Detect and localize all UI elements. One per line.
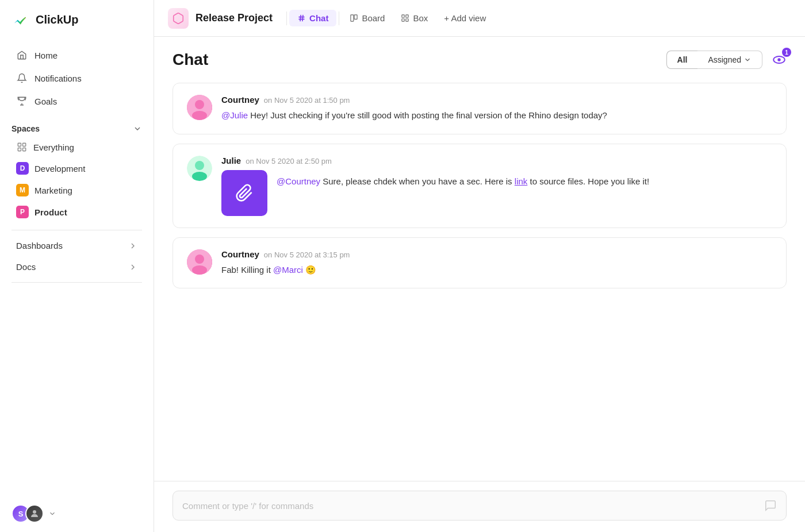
svg-point-21 [192, 265, 207, 275]
main-content: Release Project Chat Board Box + Add vie… [154, 0, 805, 532]
message-meta-3: Courtney on Nov 5 2020 at 3:15 pm [221, 249, 772, 259]
chevron-down-user-icon[interactable] [48, 510, 56, 518]
comment-input-wrap[interactable]: Comment or type '/' for commands [172, 491, 787, 521]
sidebar-item-everything[interactable]: Everything [5, 137, 149, 157]
author-julie: Julie [221, 156, 241, 165]
avatar-julie-1 [187, 156, 212, 181]
mention-julie: @Julie [221, 110, 248, 120]
chevron-down-filter-icon [743, 56, 752, 64]
chat-bubble-icon [764, 499, 777, 512]
development-label: Development [34, 164, 85, 174]
sidebar-item-notifications[interactable]: Notifications [5, 67, 149, 90]
product-label: Product [34, 207, 67, 217]
topbar: Release Project Chat Board Box + Add vie… [154, 0, 805, 37]
paperclip-icon [235, 184, 254, 202]
marketing-badge: M [16, 184, 29, 196]
spaces-header[interactable]: Spaces [0, 117, 154, 137]
main-nav: Home Notifications Goals [0, 39, 154, 117]
attachment-thumbnail [221, 170, 267, 216]
svg-point-4 [33, 510, 36, 514]
msg3-emoji: 🙂 [305, 265, 316, 275]
sidebar-item-development[interactable]: D Development [5, 157, 149, 179]
chevron-right-icon-2 [128, 263, 137, 272]
watch-button[interactable]: 1 [772, 52, 787, 67]
project-title: Release Project [195, 12, 273, 24]
svg-rect-3 [23, 148, 26, 151]
time-3: on Nov 5 2020 at 3:15 pm [264, 250, 350, 259]
mention-marci: @Marci [273, 265, 303, 275]
svg-point-18 [192, 172, 207, 181]
author-courtney-2: Courtney [221, 249, 259, 259]
msg1-text: Hey! Just checking if you're still good … [250, 110, 607, 120]
msg2-text-2: to source files. Hope you like it! [530, 176, 649, 186]
add-view-label: + Add view [444, 13, 486, 23]
filter-all-button[interactable]: All [666, 51, 698, 69]
avatar-courtney-1 [187, 95, 212, 120]
sidebar-item-home[interactable]: Home [5, 44, 149, 67]
assigned-label: Assigned [708, 55, 741, 64]
tab-divider-2 [339, 11, 339, 25]
sidebar-divider-2 [12, 282, 142, 283]
tab-chat-label: Chat [309, 13, 328, 23]
source-link[interactable]: link [515, 176, 528, 186]
everything-label: Everything [33, 142, 74, 152]
user-avatars: S [12, 504, 44, 523]
dashboards-label: Dashboards [16, 241, 63, 250]
hash-icon [297, 14, 306, 22]
svg-point-14 [195, 100, 204, 109]
home-icon [16, 49, 28, 61]
svg-point-15 [192, 111, 207, 120]
svg-rect-5 [351, 15, 354, 21]
svg-rect-6 [355, 15, 358, 20]
msg2-text-1: Sure, please chdek when you have a sec. … [323, 176, 515, 186]
add-view-button[interactable]: + Add view [436, 10, 494, 26]
watch-count: 1 [782, 48, 791, 57]
bell-icon [16, 72, 28, 84]
tab-box[interactable]: Box [393, 10, 436, 26]
avatar-user2 [25, 504, 44, 523]
comment-bar: Comment or type '/' for commands [154, 481, 805, 532]
tab-board-label: Board [362, 13, 385, 23]
svg-point-12 [777, 58, 780, 61]
message-card-1: Courtney on Nov 5 2020 at 1:50 pm @Julie… [172, 83, 787, 134]
sidebar-item-marketing[interactable]: M Marketing [5, 179, 149, 201]
chat-header: Chat All Assigned 1 [172, 51, 787, 69]
avatar-courtney-2 [187, 249, 212, 275]
message-meta-1: Courtney on Nov 5 2020 at 1:50 pm [221, 95, 772, 105]
comment-placeholder: Comment or type '/' for commands [182, 501, 313, 511]
message-card-3: Courtney on Nov 5 2020 at 3:15 pm Fab! K… [172, 237, 787, 289]
sidebar-item-product[interactable]: P Product [5, 201, 149, 223]
filter-assigned-button[interactable]: Assigned [697, 51, 762, 69]
svg-rect-7 [402, 15, 404, 17]
svg-rect-2 [18, 148, 21, 151]
svg-rect-8 [406, 15, 408, 17]
board-icon [350, 14, 358, 22]
development-badge: D [16, 162, 29, 175]
message-text-1: @Julie Hey! Just checking if you're stil… [221, 109, 772, 122]
svg-point-20 [195, 255, 204, 264]
message-card-2: Julie on Nov 5 2020 at 2:50 pm @Courtney… [172, 144, 787, 228]
svg-rect-9 [402, 19, 404, 21]
mention-courtney: @Courtney [277, 176, 320, 186]
sidebar-divider-1 [12, 230, 142, 230]
spaces-label: Spaces [12, 124, 40, 133]
product-badge: P [16, 206, 29, 218]
message-meta-2: Julie on Nov 5 2020 at 2:50 pm [221, 156, 772, 165]
tab-board[interactable]: Board [342, 10, 393, 26]
attachment-block: @Courtney Sure, please chdek when you ha… [221, 170, 772, 216]
goals-label: Goals [34, 97, 57, 106]
sidebar-item-goals[interactable]: Goals [5, 90, 149, 113]
attachment-text: @Courtney Sure, please chdek when you ha… [277, 170, 649, 188]
chat-title: Chat [172, 51, 208, 69]
chat-area: Chat All Assigned 1 [154, 37, 805, 481]
chevron-right-icon [128, 241, 137, 250]
author-courtney-1: Courtney [221, 95, 259, 105]
tab-chat[interactable]: Chat [289, 10, 336, 26]
sidebar-item-dashboards[interactable]: Dashboards [5, 235, 149, 256]
sidebar-bottom: S [0, 495, 154, 532]
sidebar-item-docs[interactable]: Docs [5, 256, 149, 277]
message-text-3: Fab! Killing it @Marci 🙂 [221, 264, 772, 277]
message-body-2: Julie on Nov 5 2020 at 2:50 pm @Courtney… [221, 156, 772, 216]
time-1: on Nov 5 2020 at 1:50 pm [264, 96, 350, 105]
svg-rect-0 [18, 143, 21, 146]
